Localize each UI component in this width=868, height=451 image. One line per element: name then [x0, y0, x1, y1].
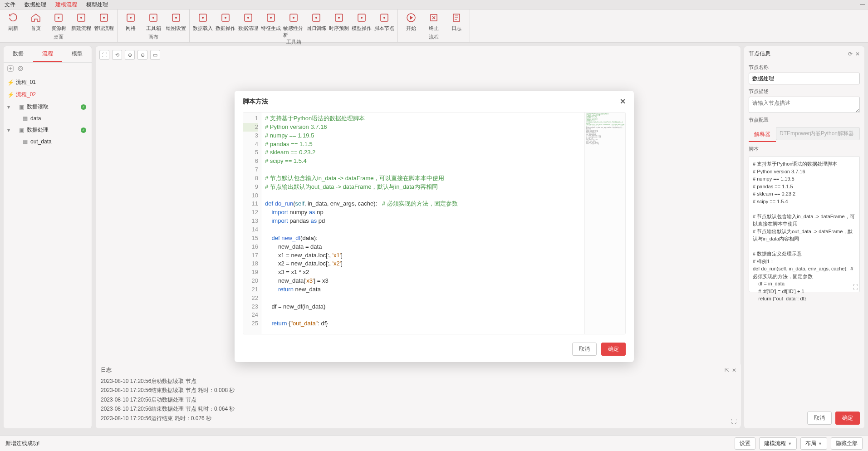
ribbon-script-node[interactable]: 脚本节点: [374, 10, 395, 39]
minimize-icon[interactable]: —: [860, 1, 865, 7]
close-panel-icon[interactable]: ✕: [855, 51, 860, 57]
status-btn-2[interactable]: 布局▼: [800, 437, 827, 450]
ts-predict-icon: [333, 12, 344, 23]
add-icon[interactable]: [7, 65, 14, 72]
log-close-icon[interactable]: ✕: [732, 367, 736, 373]
menu-2[interactable]: 建模流程: [55, 1, 77, 9]
script-preview[interactable]: # 支持基于Python语法的数据处理脚本 # Python version 3…: [749, 156, 860, 292]
ribbon-toolbox[interactable]: 工具箱: [143, 10, 164, 34]
zoom-out-icon[interactable]: ⊖: [137, 50, 147, 60]
ribbon-start[interactable]: 开始: [401, 10, 422, 34]
fit-icon[interactable]: ⛶: [99, 50, 109, 60]
svg-point-9: [152, 17, 154, 19]
ribbon-refresh[interactable]: 刷新: [3, 10, 24, 34]
node-icon: ▣: [18, 127, 25, 133]
ribbon-reg-train[interactable]: 回归训练: [306, 10, 327, 39]
panel-confirm-button[interactable]: 确定: [835, 412, 860, 425]
script-modal: 脚本方法 ✕ 123456789101112131415161718192021…: [235, 91, 634, 362]
code-editor[interactable]: 1234567891011121314151617181920212223242…: [243, 112, 626, 334]
save-icon[interactable]: ▭: [150, 50, 160, 60]
status-btn-0[interactable]: 设置: [735, 437, 755, 450]
menu-3[interactable]: 模型处理: [86, 1, 108, 9]
data-load-icon: [197, 12, 208, 23]
menu-0[interactable]: 文件: [5, 1, 15, 9]
resource-tree-icon: [53, 12, 64, 23]
config-label: 节点配置: [749, 117, 860, 123]
modal-confirm-button[interactable]: 确定: [601, 343, 626, 356]
ribbon-plot-settings[interactable]: 绘图设置: [166, 10, 186, 34]
ribbon-data-load[interactable]: 数据载入: [192, 10, 213, 39]
refresh-icon: [8, 12, 19, 23]
start-icon: [406, 12, 417, 23]
chevron-down-icon: ▼: [818, 441, 822, 446]
side-panel: 数据流程模型 ⚡流程_01⚡流程_02▾▣数据读取✓▦data▾▣数据处理✓▦o…: [4, 46, 92, 428]
home-icon: [30, 12, 41, 23]
node-icon: ▣: [18, 104, 25, 110]
modal-title: 脚本方法: [243, 98, 268, 106]
flow-icon: ⚡: [7, 92, 14, 98]
reset-icon[interactable]: ⟲: [112, 50, 122, 60]
ribbon-home[interactable]: 首页: [25, 10, 46, 34]
menu-1[interactable]: 数据处理: [25, 1, 46, 9]
ribbon-feature-gen[interactable]: 特征生成: [260, 10, 281, 39]
side-tab-0[interactable]: 数据: [4, 46, 33, 62]
log-expand-icon[interactable]: ⛶: [731, 418, 736, 425]
svg-point-17: [247, 17, 249, 19]
ribbon-ts-predict[interactable]: 时序预测: [329, 10, 349, 39]
ribbon-sensitivity[interactable]: 敏感性分析: [283, 10, 304, 39]
close-icon[interactable]: ✕: [620, 97, 626, 106]
ribbon-stop[interactable]: 终止: [423, 10, 444, 34]
status-btn-1[interactable]: 建模流程▼: [759, 437, 797, 450]
ribbon-manage-flow[interactable]: 管理流程: [93, 10, 114, 34]
zoom-in-icon[interactable]: ⊕: [125, 50, 135, 60]
status-message: 新增连线成功!: [5, 440, 39, 447]
node-name-input[interactable]: [749, 73, 860, 84]
ribbon-data-op[interactable]: 数据操作: [215, 10, 236, 39]
interpreter-tab[interactable]: 解释器: [749, 128, 776, 142]
side-tab-1[interactable]: 流程: [33, 46, 63, 62]
svg-point-11: [175, 17, 177, 19]
expand-icon[interactable]: ⛶: [853, 284, 858, 290]
svg-point-21: [293, 17, 294, 19]
code-area[interactable]: # 支持基于Python语法的数据处理脚本# Python version 3.…: [261, 113, 584, 334]
svg-point-19: [270, 17, 272, 19]
data-icon: ▦: [22, 138, 28, 145]
chevron-down-icon: ▾: [7, 104, 10, 110]
minimap: # 支持基于Python语法的数据处理脚本# Python version 3.…: [584, 113, 625, 334]
node-item[interactable]: ▾▣数据处理✓: [4, 124, 92, 136]
node-item[interactable]: ▾▣数据读取✓: [4, 101, 92, 113]
panel-cancel-button[interactable]: 取消: [807, 412, 832, 425]
node-desc-input[interactable]: [749, 97, 860, 113]
log-popout-icon[interactable]: ⇱: [725, 367, 729, 373]
stop-icon: [428, 12, 439, 23]
ribbon-log[interactable]: 日志: [446, 10, 467, 34]
status-ok-icon: ✓: [81, 127, 86, 133]
status-btn-3[interactable]: 隐藏全部: [831, 437, 863, 450]
ribbon-model-op[interactable]: 模型操作: [351, 10, 372, 39]
modal-cancel-button[interactable]: 取消: [572, 343, 597, 356]
svg-point-23: [315, 17, 317, 19]
svg-point-15: [225, 17, 226, 19]
reg-train-icon: [311, 12, 322, 23]
leaf-item[interactable]: ▦data: [4, 113, 92, 124]
refresh-panel-icon[interactable]: ⟳: [848, 51, 853, 57]
interpreter-display: DTEmpower内嵌Python解释器: [776, 127, 860, 140]
leaf-item[interactable]: ▦out_data: [4, 136, 92, 147]
flow-item[interactable]: ⚡流程_01: [4, 76, 92, 88]
ribbon-new-flow[interactable]: 新建流程: [71, 10, 92, 34]
manage-flow-icon: [98, 12, 109, 23]
panel-title: 节点信息: [749, 50, 770, 58]
ribbon-grid[interactable]: 网格: [120, 10, 141, 34]
svg-point-25: [338, 17, 340, 19]
status-buttons: 设置建模流程▼布局▼隐藏全部: [735, 437, 863, 450]
side-tab-2[interactable]: 模型: [62, 46, 92, 62]
status-bar: 新增连线成功! 设置建模流程▼布局▼隐藏全部: [0, 436, 868, 451]
flow-item[interactable]: ⚡流程_02: [4, 88, 92, 101]
ribbon-resource-tree[interactable]: 资源树: [48, 10, 69, 34]
gutter: 1234567891011121314151617181920212223242…: [243, 113, 261, 334]
log-line: 2023-08-10 17:20:56结束数据处理 节点 耗时：0.064 秒: [101, 404, 736, 413]
chevron-down-icon: ▼: [788, 441, 792, 446]
right-panel: 节点信息 ⟳ ✕ 节点名称 节点描述 节点配置 解释器 DTEmpower内嵌P…: [744, 46, 864, 428]
ribbon-data-clean[interactable]: 数据清理: [238, 10, 259, 39]
settings-icon[interactable]: [17, 65, 24, 72]
